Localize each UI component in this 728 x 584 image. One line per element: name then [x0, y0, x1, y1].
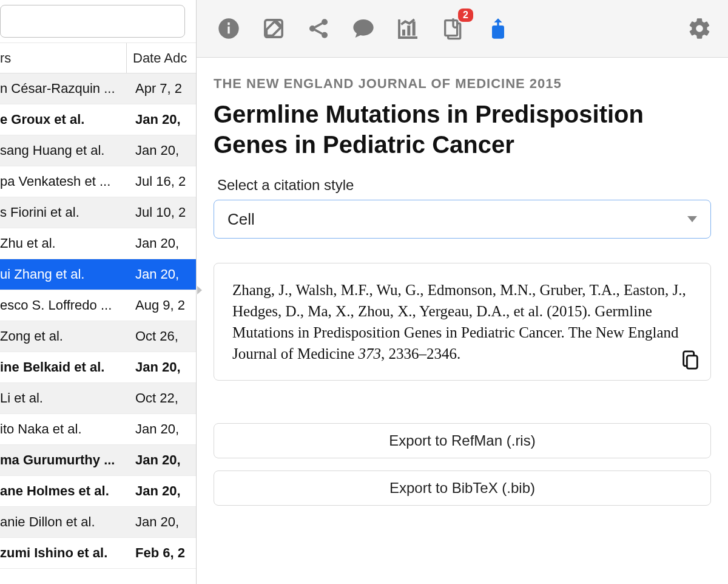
- svg-rect-13: [687, 356, 697, 368]
- share-icon[interactable]: [305, 15, 332, 42]
- attachments-badge: 2: [458, 8, 473, 22]
- expand-handle-icon[interactable]: [192, 282, 207, 302]
- paper-title: Germline Mutations in Predisposition Gen…: [214, 99, 711, 160]
- svg-rect-7: [402, 30, 405, 36]
- citation-style-value: Cell: [228, 210, 255, 229]
- list-column-header: rs Date Adc: [0, 43, 196, 73]
- cell-authors: ane Holmes et al.: [0, 483, 129, 499]
- svg-rect-2: [228, 22, 229, 25]
- table-row[interactable]: ito Naka et al.Jan 20,: [0, 414, 196, 445]
- gear-icon[interactable]: [686, 15, 713, 42]
- svg-rect-9: [413, 21, 416, 35]
- export-bib-button[interactable]: Export to BibTeX (.bib): [214, 470, 711, 506]
- cell-authors: s Fiorini et al.: [0, 205, 129, 220]
- table-row[interactable]: sang Huang et al.Jan 20,: [0, 135, 196, 166]
- table-row[interactable]: ui Zhang et al.Jan 20,: [0, 259, 196, 290]
- column-authors[interactable]: rs: [0, 50, 126, 66]
- cell-authors: anie Dillon et al.: [0, 514, 129, 530]
- table-row[interactable]: ma Gurumurthy ...Jan 20,: [0, 445, 196, 476]
- cell-authors: n César-Razquin ...: [0, 81, 129, 97]
- table-row[interactable]: s Fiorini et al.Jul 10, 2: [0, 197, 196, 228]
- detail-body: THE NEW ENGLAND JOURNAL OF MEDICINE 2015…: [197, 58, 728, 584]
- citation-volume: 373: [359, 345, 382, 362]
- svg-point-6: [322, 32, 328, 38]
- edit-icon[interactable]: [260, 15, 288, 42]
- info-icon[interactable]: [215, 15, 243, 42]
- attachments-icon[interactable]: 2: [439, 15, 467, 42]
- cell-authors: esco S. Loffredo ...: [0, 297, 129, 313]
- cell-authors: Zong et al.: [0, 328, 129, 344]
- svg-point-5: [322, 19, 328, 25]
- right-panel: 2 THE NEW ENGLAND JOURNAL OF MEDICINE 20…: [197, 0, 728, 584]
- export-icon[interactable]: [484, 15, 512, 42]
- cell-authors: e Groux et al.: [0, 112, 129, 127]
- table-row[interactable]: Zhu et al.Jan 20,: [0, 228, 196, 259]
- svg-rect-1: [228, 27, 229, 34]
- chevron-down-icon: [687, 216, 697, 222]
- citation-style-label: Select a citation style: [217, 177, 711, 194]
- citation-output: Zhang, J., Walsh, M.F., Wu, G., Edmonson…: [214, 263, 711, 381]
- search-wrap: [0, 0, 196, 43]
- detail-toolbar: 2: [197, 0, 728, 58]
- comment-icon[interactable]: [349, 15, 377, 42]
- table-row[interactable]: zumi Ishino et al.Feb 6, 2: [0, 538, 196, 569]
- table-row[interactable]: ane Holmes et al.Jan 20,: [0, 476, 196, 507]
- table-row[interactable]: pa Venkatesh et ...Jul 16, 2: [0, 166, 196, 197]
- table-row[interactable]: e Groux et al.Jan 20,: [0, 104, 196, 135]
- cell-authors: Li et al.: [0, 390, 129, 406]
- table-row[interactable]: ine Belkaid et al.Jan 20,: [0, 352, 196, 383]
- table-row[interactable]: Zong et al.Oct 26,: [0, 321, 196, 352]
- search-input[interactable]: [0, 5, 185, 38]
- table-row[interactable]: esco S. Loffredo ...Aug 9, 2: [0, 290, 196, 321]
- cell-authors: ui Zhang et al.: [0, 267, 129, 282]
- table-row[interactable]: anie Dillon et al.Jan 20,: [0, 507, 196, 538]
- citation-text-post: , 2336–2346.: [381, 345, 460, 362]
- export-ris-button[interactable]: Export to RefMan (.ris): [214, 423, 711, 458]
- citation-style-select[interactable]: Cell: [214, 200, 711, 239]
- left-panel: rs Date Adc n César-Razquin ...Apr 7, 2e…: [0, 0, 197, 584]
- table-row[interactable]: Li et al.Oct 22,: [0, 383, 196, 414]
- svg-rect-8: [407, 25, 410, 36]
- cell-authors: zumi Ishino et al.: [0, 545, 129, 561]
- metrics-icon[interactable]: [394, 15, 422, 42]
- cell-authors: pa Venkatesh et ...: [0, 174, 129, 189]
- cell-authors: ine Belkaid et al.: [0, 359, 129, 375]
- column-date-added[interactable]: Date Adc: [126, 43, 196, 73]
- reference-list[interactable]: n César-Razquin ...Apr 7, 2e Groux et al…: [0, 73, 196, 584]
- table-row[interactable]: n César-Razquin ...Apr 7, 2: [0, 73, 196, 104]
- copy-icon[interactable]: [680, 350, 701, 370]
- journal-line: THE NEW ENGLAND JOURNAL OF MEDICINE 2015: [214, 76, 711, 92]
- cell-authors: ma Gurumurthy ...: [0, 452, 129, 468]
- cell-authors: ito Naka et al.: [0, 421, 129, 437]
- list-scrollbar[interactable]: [186, 88, 196, 574]
- cell-authors: sang Huang et al.: [0, 143, 129, 158]
- cell-authors: Zhu et al.: [0, 236, 129, 251]
